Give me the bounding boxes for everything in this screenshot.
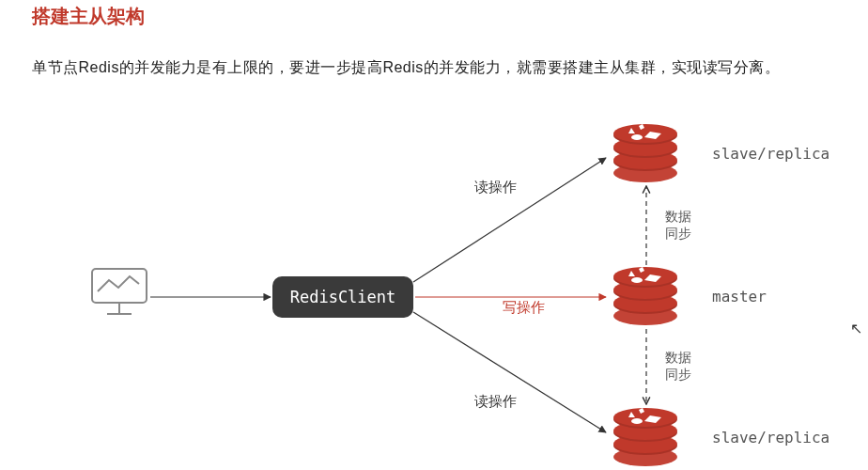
redis-node-slave-top (609, 120, 682, 188)
node-label-master: master (712, 288, 767, 306)
svg-point-20 (613, 267, 677, 286)
svg-line-37 (413, 158, 606, 282)
node-label-slave-bottom: slave/replica (712, 429, 829, 446)
edge-label-read-top: 读操作 (474, 179, 517, 196)
sync-label-bottom: 数据 同步 (659, 350, 697, 384)
sync-top-line1: 数据 (659, 209, 697, 226)
sync-top-line2: 同步 (659, 226, 697, 243)
node-label-slave-top: slave/replica (712, 145, 829, 163)
redis-node-master (609, 263, 682, 331)
sync-label-top: 数据 同步 (659, 209, 697, 243)
page-title: 搭建主从架构 (32, 4, 145, 29)
edge-label-read-bottom: 读操作 (474, 393, 517, 411)
redis-client-box: RedisClient (272, 276, 413, 318)
client-monitor-icon (90, 267, 148, 323)
svg-point-34 (631, 418, 643, 424)
edge-label-write: 写操作 (503, 299, 545, 317)
redis-client-label: RedisClient (290, 288, 396, 306)
redis-node-slave-bottom (609, 404, 682, 470)
svg-point-9 (613, 124, 677, 143)
svg-point-12 (631, 134, 643, 140)
sync-bottom-line1: 数据 (659, 350, 697, 367)
description-text: 单节点Redis的并发能力是有上限的，要进一步提高Redis的并发能力，就需要搭… (32, 58, 780, 78)
svg-point-31 (613, 408, 677, 427)
cursor-icon: ↖ (850, 320, 862, 337)
svg-point-23 (631, 277, 643, 283)
sync-bottom-line2: 同步 (659, 367, 697, 384)
svg-line-39 (413, 312, 606, 432)
